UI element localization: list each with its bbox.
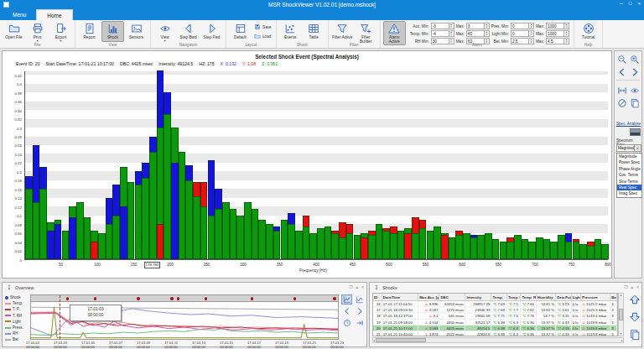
column-header-tempp[interactable]: Temp. P <box>507 294 522 300</box>
column-header-int[interactable]: Intensity <box>465 294 491 300</box>
open-file-button[interactable]: Open File <box>3 21 25 42</box>
jump-button[interactable] <box>354 318 365 328</box>
chart1-button[interactable] <box>341 294 352 305</box>
default-button[interactable]: Default <box>229 21 252 42</box>
filter-active-button[interactable]: Filter Active <box>331 21 354 42</box>
pin-icon[interactable] <box>6 284 13 292</box>
dropdown-item[interactable]: Magnitude <box>617 154 641 159</box>
alarm-field-input[interactable]: 0 <box>511 30 529 37</box>
vertical-scrollbar[interactable]: ▴ ▾ <box>618 293 624 336</box>
dock-icon[interactable]: ▴ <box>356 284 359 289</box>
pages-button[interactable] <box>629 329 641 344</box>
legend-item-light[interactable]: Light <box>5 319 29 325</box>
spinner-buttons[interactable]: ▴▾ <box>449 30 454 37</box>
export-button[interactable]: Export▾ <box>49 21 72 44</box>
alarm-field-input[interactable]: 0 <box>511 23 529 29</box>
scroll-down-icon[interactable]: ▾ <box>621 332 622 336</box>
navl-button[interactable] <box>341 306 352 316</box>
dropdown-item[interactable]: Cos. Terms <box>617 172 641 178</box>
view-button[interactable]: View▾ <box>153 21 176 44</box>
table-row-21[interactable]: 2117-01-21 10:40:00⚠ 3.8742022 msec22816… <box>373 331 617 336</box>
column-header-acc[interactable]: Max Acc. [g] <box>418 294 439 300</box>
legend-item-tp[interactable]: T. P.. <box>5 306 29 312</box>
spec-analyse-link[interactable]: Spec. Analyse <box>616 122 641 126</box>
column-header-temp[interactable]: Temp. <box>491 294 506 300</box>
column-header-bat[interactable]: Ba <box>610 294 617 300</box>
spinner-buttons[interactable]: ▴▾ <box>449 23 454 29</box>
close-icon[interactable]: × <box>637 1 641 6</box>
shock-event-dot[interactable] <box>94 297 97 300</box>
bigdown-button[interactable] <box>629 311 641 326</box>
load-button[interactable]: Load <box>252 32 273 40</box>
column-header-id[interactable]: ID <box>373 294 382 300</box>
close-panel-icon[interactable]: × <box>636 284 639 289</box>
step-bwd-button[interactable]: Step Bwd <box>177 21 200 42</box>
shock-event-dot[interactable] <box>333 297 336 300</box>
spinner-buttons[interactable]: ▴▾ <box>485 23 490 29</box>
shock-event-dot[interactable] <box>137 297 140 300</box>
spinner-buttons[interactable]: ▴▾ <box>485 30 490 37</box>
scroll-left-icon[interactable]: ◂ <box>373 339 375 342</box>
spinner-buttons[interactable]: ▴▾ <box>529 23 534 29</box>
sensors-button[interactable]: Sensors <box>125 21 148 42</box>
column-header-dew[interactable]: Dew Point <box>556 294 571 300</box>
dropdown-item[interactable]: Real Spec <box>617 185 641 190</box>
cancel-button[interactable] <box>616 97 628 109</box>
shock-event-band[interactable] <box>30 294 339 301</box>
column-header-press[interactable]: Pressure <box>581 294 610 300</box>
navr-button[interactable] <box>354 306 365 316</box>
legend-item-rh[interactable]: RH <box>5 331 29 336</box>
table-row-19[interactable]: 1917-01-21 09:58:00⚠ 4.1044450 msec32521… <box>373 320 617 326</box>
horizontal-scrollbar[interactable]: ◂ ▸ <box>372 337 624 343</box>
spectral-plot[interactable] <box>24 71 608 260</box>
legend-item-temp[interactable]: Temp. <box>5 300 29 306</box>
scrollbar-thumb[interactable] <box>619 309 623 320</box>
maximize-icon[interactable]: □ <box>629 1 632 6</box>
alarm-field-input[interactable]: -4 <box>431 30 449 37</box>
shock-event-dot[interactable] <box>293 297 297 300</box>
navl-button[interactable] <box>616 66 628 78</box>
table-row-20[interactable]: 2017-01-21 10:17:00⚠ 3.5834425 msec49124… <box>373 326 617 331</box>
table-row-16[interactable]: 1617-01-17 11:04:50⚠ 8.89660353 msec2989… <box>373 301 617 307</box>
minimize-icon[interactable]: ─ <box>620 1 623 6</box>
legend-item-trh[interactable]: T. RH <box>5 313 29 319</box>
spinner-buttons[interactable]: ▴▾ <box>529 30 534 37</box>
shock-button[interactable]: Shock <box>101 21 124 42</box>
close-panel-icon[interactable]: × <box>361 284 364 289</box>
column-header-hum[interactable]: Humidity <box>537 294 556 300</box>
fitx-button[interactable] <box>616 85 628 96</box>
alarm-field-input[interactable]: -3 <box>431 23 449 29</box>
dock-icon[interactable]: ▴ <box>631 284 634 289</box>
float-icon[interactable]: ❐ <box>349 284 352 289</box>
bigup-button[interactable] <box>629 294 641 309</box>
table-row-18[interactable]: 1817-01-18 12:37:00⚠ 3.1645 msec19665.69… <box>373 313 617 319</box>
tutorial-button[interactable]: Tutorial <box>577 21 600 42</box>
navr-button[interactable] <box>629 66 641 78</box>
column-header-temprh[interactable]: Temp. RH <box>521 294 536 300</box>
report-button[interactable]: Report <box>78 21 101 42</box>
clock-button[interactable] <box>341 318 352 328</box>
shock-event-dot[interactable] <box>177 297 180 300</box>
copy-button[interactable] <box>629 97 641 109</box>
column-header-dbc[interactable]: DBC <box>439 294 465 300</box>
alarm-field-input[interactable]: 40 <box>466 30 485 37</box>
legend-item-press[interactable]: Press. <box>5 325 29 331</box>
chart2-button[interactable] <box>354 294 365 305</box>
spec-color-swatch[interactable] <box>630 128 641 136</box>
zoomout-button[interactable] <box>616 54 628 65</box>
dropdown-item[interactable]: Power Spec <box>617 159 641 165</box>
scroll-up-icon[interactable]: ▴ <box>621 294 622 297</box>
spinner-buttons[interactable]: ▴▾ <box>564 23 569 29</box>
legend-item-shock[interactable]: Shock <box>5 294 29 300</box>
table-button[interactable]: Table <box>303 21 325 42</box>
shock-event-dot[interactable] <box>251 297 254 300</box>
pin-icon[interactable] <box>373 284 380 292</box>
shock-event-dot[interactable] <box>170 297 174 300</box>
save-button[interactable]: Save <box>252 23 273 31</box>
column-header-light[interactable]: Light <box>572 294 582 300</box>
tab-home[interactable]: Home <box>36 9 72 20</box>
overview-chart[interactable]: 17-01-03 00:00:00 <box>30 301 339 340</box>
alarm-field-input[interactable]: 1000 <box>546 30 564 37</box>
dropdown-item[interactable]: Phase Angle <box>617 166 641 172</box>
table-row-17[interactable]: 1717-01-18 09:53:30⚠ 3.5871275 msec23946… <box>373 307 617 313</box>
